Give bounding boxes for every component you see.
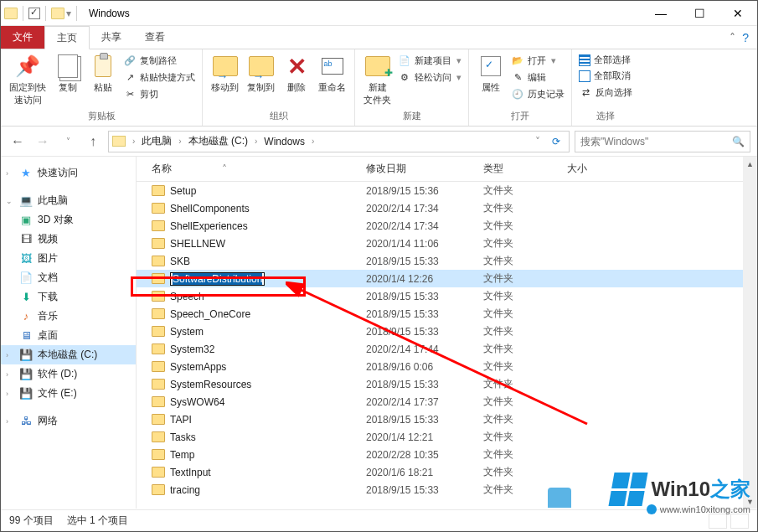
ribbon-collapse-icon[interactable]: ˄ bbox=[730, 31, 735, 44]
file-row[interactable]: SoftwareDistribution2020/1/4 12:26文件夹 bbox=[137, 270, 757, 287]
back-button[interactable]: ← bbox=[8, 132, 28, 152]
sidebar-this-pc[interactable]: ⌄💻此电脑 bbox=[1, 191, 136, 210]
file-row[interactable]: Speech2018/9/15 15:33文件夹 bbox=[137, 287, 757, 305]
file-type: 文件夹 bbox=[483, 395, 567, 409]
view-details-button[interactable] bbox=[709, 514, 727, 529]
rename-input[interactable]: SoftwareDistribution bbox=[170, 272, 265, 286]
column-date[interactable]: 修改日期 bbox=[366, 162, 483, 176]
chevron-right-icon[interactable]: › bbox=[131, 137, 137, 146]
sidebar-music[interactable]: ♪音乐 bbox=[1, 307, 136, 326]
rename-button[interactable]: 重命名 bbox=[315, 51, 349, 96]
chevron-right-icon[interactable]: › bbox=[253, 137, 259, 146]
chevron-right-icon[interactable]: › bbox=[177, 137, 183, 146]
file-type: 文件夹 bbox=[483, 430, 567, 444]
copy-to-icon bbox=[249, 56, 274, 76]
file-row[interactable]: SHELLNEW2020/1/14 11:06文件夹 bbox=[137, 235, 757, 252]
file-name: TextInput bbox=[170, 467, 211, 478]
recent-button[interactable]: ˅ bbox=[58, 132, 78, 152]
tab-view[interactable]: 查看 bbox=[133, 26, 177, 49]
edit-button[interactable]: ✎编辑 bbox=[509, 70, 566, 85]
paste-shortcut-button[interactable]: ↗粘贴快捷方式 bbox=[121, 70, 197, 85]
tab-file[interactable]: 文件 bbox=[1, 26, 44, 49]
disk-icon: 💾 bbox=[19, 349, 33, 362]
file-row[interactable]: Setup2018/9/15 15:36文件夹 bbox=[137, 182, 757, 199]
file-row[interactable]: TAPI2018/9/15 15:33文件夹 bbox=[137, 411, 757, 428]
select-all-button[interactable]: 全部选择 bbox=[577, 53, 634, 67]
chevron-right-icon[interactable]: › bbox=[310, 137, 316, 146]
copy-to-button[interactable]: 复制到 bbox=[244, 51, 278, 96]
forward-button[interactable]: → bbox=[33, 132, 53, 152]
delete-button[interactable]: ✕ 删除 bbox=[280, 51, 313, 96]
sidebar-pictures[interactable]: 🖼图片 bbox=[1, 249, 136, 268]
pin-icon: 📌 bbox=[14, 53, 41, 80]
column-type[interactable]: 类型 bbox=[483, 162, 567, 176]
scroll-up-icon[interactable]: ▲ bbox=[743, 157, 757, 171]
file-row[interactable]: Tasks2020/1/4 12:21文件夹 bbox=[137, 428, 757, 446]
search-icon[interactable]: 🔍 bbox=[732, 136, 745, 147]
search-box[interactable]: 🔍 bbox=[575, 131, 750, 152]
easy-access-button[interactable]: ⚙轻松访问▾ bbox=[396, 70, 463, 85]
sidebar-videos[interactable]: 🎞视频 bbox=[1, 230, 136, 249]
scissors-icon: ✂ bbox=[123, 87, 137, 101]
group-clipboard-label: 剪贴板 bbox=[6, 108, 197, 126]
file-row[interactable]: SystemResources2018/9/15 15:33文件夹 bbox=[137, 375, 757, 393]
tab-home[interactable]: 主页 bbox=[44, 26, 90, 49]
file-row[interactable]: SysWOW642020/2/14 17:37文件夹 bbox=[137, 393, 757, 411]
minimize-button[interactable]: — bbox=[642, 1, 680, 26]
crumb-pc[interactable]: 此电脑 bbox=[138, 134, 175, 148]
file-row[interactable]: SystemApps2018/9/16 0:06文件夹 bbox=[137, 358, 757, 375]
sidebar-disk-d[interactable]: ›💾软件 (D:) bbox=[1, 364, 136, 384]
view-icons-button[interactable] bbox=[730, 514, 749, 529]
pc-icon: 💻 bbox=[19, 194, 33, 208]
file-row[interactable]: System322020/2/14 17:44文件夹 bbox=[137, 340, 757, 358]
properties-button[interactable]: 属性 bbox=[474, 51, 508, 96]
watermark-bird-icon bbox=[548, 488, 571, 508]
pin-to-quick-access-button[interactable]: 📌 固定到快 速访问 bbox=[6, 51, 49, 108]
close-button[interactable]: ✕ bbox=[719, 1, 757, 26]
crumb-folder[interactable]: Windows bbox=[260, 136, 308, 147]
new-item-button[interactable]: 📄新建项目▾ bbox=[396, 53, 463, 68]
invert-selection-button[interactable]: ⇄反向选择 bbox=[577, 85, 634, 100]
qat-checkbox-icon[interactable] bbox=[28, 8, 40, 19]
move-to-button[interactable]: 移动到 bbox=[208, 51, 242, 96]
sidebar-network[interactable]: ›🖧网络 bbox=[1, 411, 136, 431]
cut-button[interactable]: ✂剪切 bbox=[121, 86, 197, 101]
address-bar[interactable]: › 此电脑 › 本地磁盘 (C:) › Windows › ˅ ⟳ bbox=[108, 131, 570, 152]
paste-button[interactable]: 粘贴 bbox=[86, 51, 120, 96]
file-row[interactable]: SKB2018/9/15 15:33文件夹 bbox=[137, 252, 757, 270]
copy-path-button[interactable]: 🔗复制路径 bbox=[121, 53, 197, 68]
vertical-scrollbar[interactable]: ▲ ▼ bbox=[743, 157, 757, 509]
sidebar-desktop[interactable]: 🖥桌面 bbox=[1, 326, 136, 345]
sidebar-downloads[interactable]: ⬇下载 bbox=[1, 287, 136, 307]
help-icon[interactable]: ? bbox=[742, 31, 749, 44]
copy-button[interactable]: 复制 bbox=[51, 51, 85, 96]
qat-folder-icon[interactable] bbox=[51, 8, 64, 19]
select-all-icon bbox=[579, 54, 590, 66]
file-row[interactable]: ShellExperiences2020/2/14 17:34文件夹 bbox=[137, 217, 757, 235]
file-name: Setup bbox=[170, 185, 196, 197]
refresh-button[interactable]: ⟳ bbox=[547, 136, 565, 147]
file-name: TAPI bbox=[170, 414, 192, 426]
column-name[interactable]: 名称˄ bbox=[152, 162, 366, 176]
address-dropdown-icon[interactable]: ˅ bbox=[530, 136, 545, 147]
sidebar-3d-objects[interactable]: ▣3D 对象 bbox=[1, 210, 136, 230]
column-size[interactable]: 大小 bbox=[567, 162, 634, 176]
file-row[interactable]: Temp2020/2/28 10:35文件夹 bbox=[137, 446, 757, 463]
tab-share[interactable]: 共享 bbox=[90, 26, 133, 49]
file-row[interactable]: ShellComponents2020/2/14 17:34文件夹 bbox=[137, 199, 757, 217]
sidebar-quick-access[interactable]: ›★快速访问 bbox=[1, 163, 136, 183]
open-button[interactable]: 📂打开▾ bbox=[509, 53, 566, 68]
maximize-button[interactable]: ☐ bbox=[680, 1, 719, 26]
sidebar-disk-c[interactable]: ›💾本地磁盘 (C:) bbox=[1, 345, 136, 364]
up-button[interactable]: ↑ bbox=[83, 132, 103, 152]
file-row[interactable]: System2018/9/15 15:33文件夹 bbox=[137, 323, 757, 340]
select-none-button[interactable]: 全部取消 bbox=[577, 69, 634, 83]
file-row[interactable]: Speech_OneCore2018/9/15 15:33文件夹 bbox=[137, 305, 757, 323]
title-bar: ▾ Windows — ☐ ✕ bbox=[1, 1, 757, 26]
history-button[interactable]: 🕘历史记录 bbox=[509, 86, 566, 101]
search-input[interactable] bbox=[580, 136, 732, 147]
sidebar-documents[interactable]: 📄文档 bbox=[1, 268, 136, 287]
new-folder-button[interactable]: 新建 文件夹 bbox=[360, 51, 394, 108]
sidebar-disk-e[interactable]: ›💾文件 (E:) bbox=[1, 384, 136, 403]
crumb-disk[interactable]: 本地磁盘 (C:) bbox=[185, 134, 251, 148]
